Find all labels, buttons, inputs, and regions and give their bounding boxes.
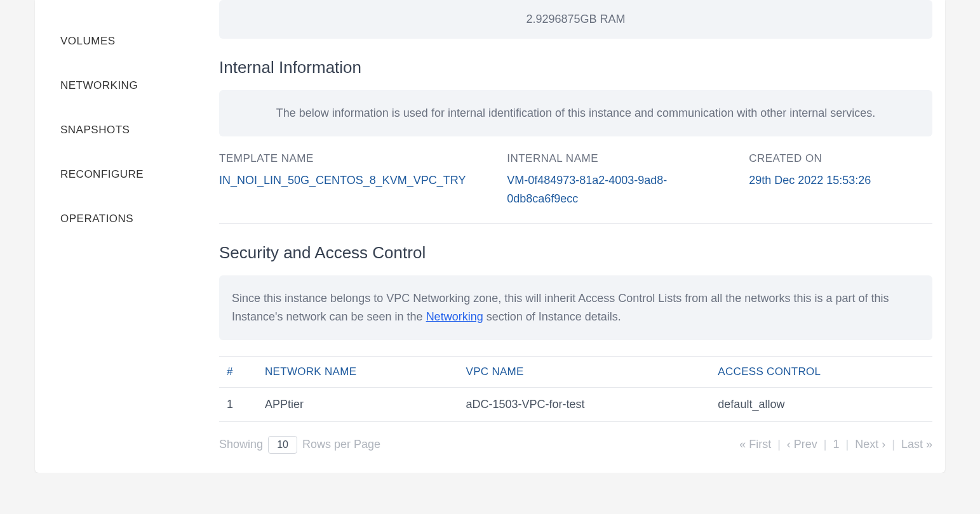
cell-access: default_allow	[710, 387, 932, 421]
created-on-field: CREATED ON 29th Dec 2022 15:53:26	[749, 152, 932, 208]
next-page-button[interactable]: Next ›	[855, 438, 885, 451]
separator: |	[892, 438, 895, 451]
cell-index: 1	[219, 387, 257, 421]
internal-info-heading: Internal Information	[219, 58, 932, 77]
ram-info-box: 2.9296875GB RAM	[219, 0, 932, 39]
pagination-right: « First | ‹ Prev | 1 | Next › | Last »	[739, 438, 932, 451]
sidebar-item-snapshots[interactable]: SNAPSHOTS	[35, 108, 219, 152]
col-network-name: NETWORK NAME	[257, 356, 459, 387]
cell-vpc: aDC-1503-VPC-for-test	[459, 387, 711, 421]
col-index: #	[219, 356, 257, 387]
pagination-left: Showing Rows per Page	[219, 436, 380, 454]
prev-page-button[interactable]: ‹ Prev	[787, 438, 817, 451]
sidebar-item-reconfigure[interactable]: RECONFIGURE	[35, 152, 219, 197]
sidebar-item-networking[interactable]: NETWORKING	[35, 63, 219, 108]
col-vpc-name: VPC NAME	[459, 356, 711, 387]
security-callout: Since this instance belongs to VPC Netwo…	[219, 275, 932, 340]
created-on-value: 29th Dec 2022 15:53:26	[749, 171, 932, 190]
rows-per-page-label: Rows per Page	[302, 438, 380, 451]
template-name-value: IN_NOI_LIN_50G_CENTOS_8_KVM_VPC_TRY	[219, 171, 494, 190]
col-access-control: ACCESS CONTROL	[710, 356, 932, 387]
sidebar: VOLUMES NETWORKING SNAPSHOTS RECONFIGURE…	[35, 0, 219, 473]
page-number: 1	[833, 438, 840, 451]
internal-info-callout: The below information is used for intern…	[219, 90, 932, 136]
created-on-label: CREATED ON	[749, 152, 932, 165]
template-name-field: TEMPLATE NAME IN_NOI_LIN_50G_CENTOS_8_KV…	[219, 152, 494, 208]
security-desc-post: section of Instance details.	[483, 310, 621, 323]
table-row: 1 APPtier aDC-1503-VPC-for-test default_…	[219, 387, 932, 421]
internal-name-value: VM-0f484973-81a2-4003-9ad8-0db8ca6f9ecc	[507, 171, 736, 208]
last-page-button[interactable]: Last »	[901, 438, 932, 451]
pagination: Showing Rows per Page « First | ‹ Prev |…	[219, 436, 932, 454]
security-heading: Security and Access Control	[219, 243, 932, 263]
separator: |	[824, 438, 827, 451]
internal-info-description: The below information is used for intern…	[276, 107, 875, 119]
first-page-button[interactable]: « First	[739, 438, 771, 451]
cell-network: APPtier	[257, 387, 459, 421]
separator: |	[846, 438, 849, 451]
security-table: # NETWORK NAME VPC NAME ACCESS CONTROL 1…	[219, 356, 932, 422]
showing-label: Showing	[219, 438, 263, 451]
table-header-row: # NETWORK NAME VPC NAME ACCESS CONTROL	[219, 356, 932, 387]
rows-per-page-input[interactable]	[268, 436, 297, 454]
internal-info-grid: TEMPLATE NAME IN_NOI_LIN_50G_CENTOS_8_KV…	[219, 152, 932, 225]
sidebar-item-volumes[interactable]: VOLUMES	[35, 19, 219, 63]
template-name-label: TEMPLATE NAME	[219, 152, 494, 165]
sidebar-item-operations[interactable]: OPERATIONS	[35, 197, 219, 241]
internal-name-field: INTERNAL NAME VM-0f484973-81a2-4003-9ad8…	[507, 152, 736, 208]
internal-name-label: INTERNAL NAME	[507, 152, 736, 165]
main-content: 2.9296875GB RAM Internal Information The…	[219, 0, 945, 473]
separator: |	[777, 438, 781, 451]
ram-value: 2.9296875GB RAM	[526, 13, 625, 25]
networking-link[interactable]: Networking	[426, 310, 483, 323]
